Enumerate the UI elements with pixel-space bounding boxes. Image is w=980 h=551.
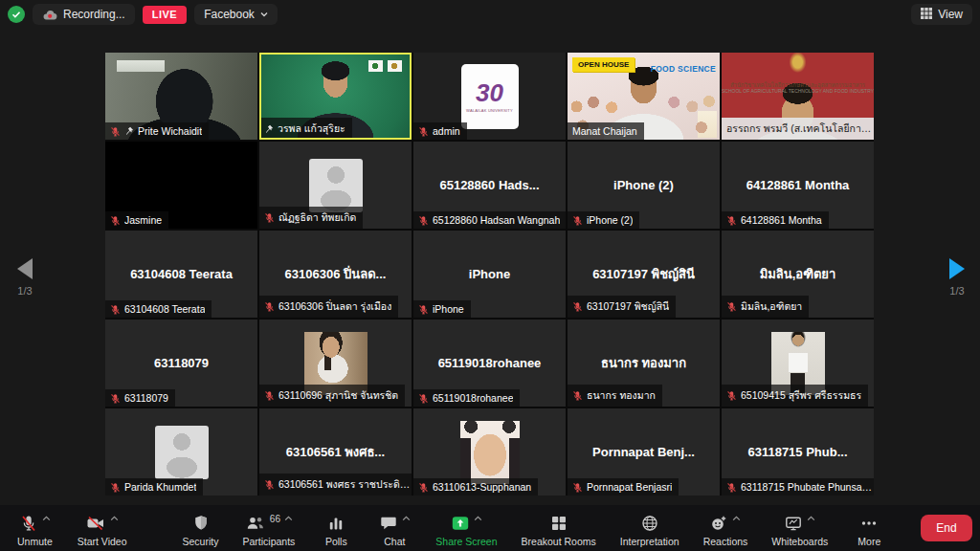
participant-name: 64128861 Montha: [741, 214, 822, 226]
participant-tile[interactable]: สำนักวิชาเทคโนโลยีการเกษตรและอุตสาหกรรมอ…: [722, 53, 874, 140]
whiteboards-button[interactable]: Whiteboards: [766, 509, 834, 548]
toolbar-icon-row: [379, 514, 411, 534]
toolbar-icon-row: [85, 514, 119, 534]
participant-name: Pornnapat Benjasri: [587, 481, 672, 493]
toolbar-item-label: Reactions: [703, 536, 748, 547]
participant-tile[interactable]: Pornnapat Benj...Pornnapat Benjasri: [568, 408, 720, 496]
mic-muted-icon: [418, 393, 429, 404]
participant-tile[interactable]: ณัฏฐธิดา ทิพยเกิด: [259, 142, 412, 229]
chevron-up-icon[interactable]: [42, 516, 51, 521]
chevron-up-icon[interactable]: [732, 516, 741, 521]
mic-muted-icon: [264, 479, 275, 490]
end-button[interactable]: End: [921, 515, 971, 541]
next-arrow-icon: [949, 258, 965, 279]
participant-tile[interactable]: 63107197 พิชญ์สินี63107197 พิชญ์สินี: [568, 231, 720, 318]
avatar-placeholder-icon: [155, 426, 209, 479]
university-logo: 30WALAILAK UNIVERSITY: [461, 64, 519, 129]
toolbar-icon-row: [451, 514, 482, 534]
participant-tile[interactable]: 65109415 สุรีพร ศรีธรรมธร: [722, 320, 874, 407]
view-button[interactable]: View: [911, 4, 972, 25]
pin-icon: [124, 126, 134, 136]
start-video-button[interactable]: Start Video: [72, 509, 133, 548]
participant-tile[interactable]: 63110613-Supphanan: [413, 408, 566, 496]
interpretation-button[interactable]: Interpretation: [614, 509, 685, 548]
participant-name: 63110613-Supphanan: [433, 481, 531, 493]
pin-icon: [264, 124, 274, 134]
participant-name-label: 63110613-Supphanan: [413, 478, 538, 496]
security-button[interactable]: Security: [177, 509, 225, 548]
share-screen-button[interactable]: Share Screen: [430, 509, 502, 548]
participant-name-label: admin: [413, 122, 467, 140]
chevron-up-icon[interactable]: [474, 516, 482, 521]
mic-muted-icon: [110, 482, 121, 493]
toolbar-item-label: Chat: [384, 536, 405, 547]
participant-name: admin: [433, 125, 460, 137]
participant-tile[interactable]: 63106306 ปิ่นลด...63106306 ปิ่นลดา รุ่งเ…: [259, 231, 412, 318]
participant-tile[interactable]: 6311807963118079: [105, 320, 257, 407]
participant-tile[interactable]: 63104608 Teerata63104608 Teerata: [105, 231, 257, 318]
participant-tile[interactable]: วรพล แก้วสุริยะ: [259, 53, 412, 140]
mic-muted-icon: [572, 215, 583, 226]
toolbar-item-label: Participants: [242, 536, 295, 547]
reactions-button[interactable]: Reactions: [698, 509, 754, 548]
more-button[interactable]: More: [846, 509, 892, 548]
page-indicator-right: 1/3: [949, 285, 964, 297]
participant-tile[interactable]: iPhoneiPhone: [413, 231, 566, 318]
encryption-shield-icon[interactable]: [8, 6, 25, 23]
participants-count-badge: 66: [270, 515, 280, 524]
participant-tile[interactable]: 63106561 พงศธ...63106561 พงศธร ราชประดิษ…: [259, 408, 412, 496]
breakout-rooms-icon: [549, 514, 568, 533]
participant-name: 63118079: [124, 392, 168, 404]
participant-tile[interactable]: มิมลิน,อฑิตยามิมลิน,อฑิตยา: [722, 231, 874, 318]
video-grid: Prite Wichaiditวรพล แก้วสุริยะ30WALAILAK…: [105, 53, 874, 496]
participant-name: อรรถกร พรมวี (ส.เทคโนโลยีการเกษตรฯ): [726, 121, 874, 137]
participant-tile[interactable]: Parida Khumdet: [105, 408, 257, 496]
next-page-button[interactable]: 1/3: [938, 258, 976, 297]
mic-muted-icon: [726, 390, 737, 401]
mic-muted-icon: [110, 126, 121, 137]
whiteboard-icon: [784, 514, 803, 533]
toolbar-item-label: Unmute: [17, 536, 53, 547]
toolbar-icon-row: [640, 514, 659, 534]
view-label: View: [938, 8, 963, 21]
participant-tile[interactable]: 65128860 Hads...65128860 Hadsan Wangnah: [413, 142, 566, 229]
toolbar-item-label: Security: [183, 536, 219, 547]
participant-tile[interactable]: ธนากร ทองมากธนากร ทองมาก: [568, 320, 720, 407]
participant-tile[interactable]: 63118715 Phub...63118715 Phubate Phunsaw…: [722, 408, 874, 496]
participant-name: Manat Chaijan: [572, 125, 637, 137]
participant-name-label: 65109415 สุรีพร ศรีธรรมธร: [722, 385, 868, 407]
chevron-up-icon[interactable]: [110, 516, 119, 521]
participant-name: 63106561 พงศธร ราชประดิษฐ์: [278, 476, 412, 493]
participants-button[interactable]: 66Participants: [236, 509, 301, 548]
participant-tile[interactable]: 65119018rohanee65119018rohanee: [413, 320, 566, 407]
participant-tile[interactable]: Jasmine: [105, 142, 257, 229]
chat-button[interactable]: Chat: [371, 509, 417, 548]
prev-arrow-icon: [17, 258, 33, 279]
live-badge: LIVE: [143, 6, 187, 24]
unmute-button[interactable]: Unmute: [11, 509, 58, 548]
mic-muted-icon: [418, 304, 429, 315]
toolbar-left-group: UnmuteStart Video: [11, 509, 133, 548]
participant-name: Jasmine: [124, 214, 162, 226]
chat-icon: [379, 514, 398, 533]
polls-button[interactable]: Polls: [313, 509, 359, 548]
zoom-meeting-window: { "top_bar": { "recording_label": "Recor…: [0, 0, 980, 551]
chevron-up-icon[interactable]: [807, 516, 815, 521]
participant-tile[interactable]: OPEN HOUSEFOOD SCIENCEManat Chaijan: [568, 53, 720, 140]
participant-name-label: 63110696 สุภานิช จันทรชิต: [259, 385, 405, 407]
breakout-rooms-button[interactable]: Breakout Rooms: [516, 509, 602, 548]
prev-page-button[interactable]: 1/3: [6, 258, 44, 297]
logo-text: 30: [476, 80, 503, 105]
chevron-up-icon[interactable]: [284, 516, 293, 521]
participant-tile[interactable]: 30WALAILAK UNIVERSITYadmin: [413, 53, 566, 140]
toolbar-item-label: More: [858, 536, 880, 547]
participant-tile[interactable]: 63110696 สุภานิช จันทรชิต: [259, 320, 412, 407]
participant-tile[interactable]: 64128861 Montha64128861 Montha: [722, 142, 874, 229]
participant-tile[interactable]: iPhone (2)iPhone (2): [568, 142, 720, 229]
globe-icon: [640, 514, 659, 533]
video-off-icon: [85, 514, 106, 533]
stream-target-dropdown[interactable]: Facebook: [194, 4, 278, 25]
mic-muted-icon: [726, 215, 737, 226]
participant-tile[interactable]: Prite Wichaidit: [105, 53, 257, 140]
chevron-up-icon[interactable]: [402, 516, 411, 521]
